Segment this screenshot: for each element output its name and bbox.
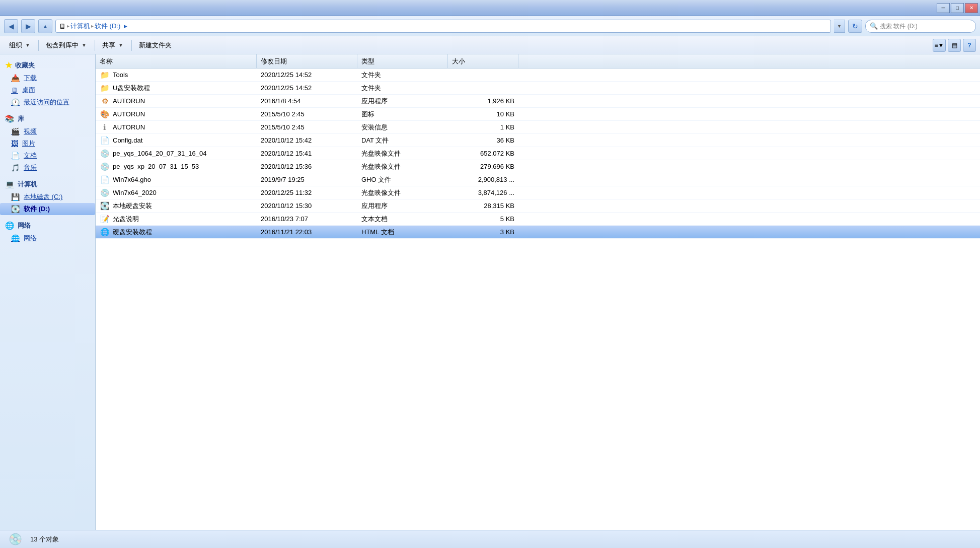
table-row[interactable]: AUTORUN 2015/5/10 2:45 安装信息 1 KB (96, 121, 980, 134)
sidebar-item-document[interactable]: 📄 文档 (0, 150, 95, 162)
sidebar-network-header[interactable]: 🌐 网络 (0, 219, 95, 232)
file-size-cell: 28,315 KB (448, 202, 518, 210)
col-header-size[interactable]: 大小 (448, 54, 518, 68)
table-row[interactable]: pe_yqs_1064_20_07_31_16_04 2020/10/12 15… (96, 147, 980, 160)
file-name-cell: Config.dat (96, 135, 257, 146)
search-icon: 🔍 (870, 22, 878, 30)
sidebar-network-item-label: 网络 (24, 234, 37, 243)
refresh-button[interactable]: ↻ (848, 20, 862, 33)
html-icon (100, 227, 110, 237)
sidebar-drive-c-label: 本地磁盘 (C:) (24, 192, 62, 201)
file-type-cell: 安装信息 (357, 123, 448, 132)
back-button[interactable]: ◀ (4, 19, 18, 33)
file-date-cell: 2020/10/12 15:36 (257, 163, 357, 170)
new-folder-button[interactable]: 新建文件夹 (134, 38, 177, 52)
file-name-text: 硬盘安装教程 (113, 228, 152, 237)
sidebar-item-picture[interactable]: 🖼 图片 (0, 138, 95, 150)
toolbar-right: ≡▼ ▤ ? (933, 39, 976, 52)
file-name-text: U盘安装教程 (113, 84, 150, 93)
file-date-cell: 2020/10/12 15:41 (257, 150, 357, 157)
up-button[interactable]: ▲ (38, 19, 52, 33)
table-row[interactable]: 光盘说明 2016/10/23 7:07 文本文档 5 KB (96, 213, 980, 226)
file-name-text: Win7x64_2020 (113, 189, 157, 196)
organize-button[interactable]: 组织 ▼ (4, 38, 36, 52)
preview-pane-button[interactable]: ▤ (948, 39, 961, 52)
sidebar-item-drive-c[interactable]: 💾 本地磁盘 (C:) (0, 191, 95, 203)
breadcrumb-computer[interactable]: 计算机 (70, 22, 90, 31)
sidebar-drive-d-label: 软件 (D:) (24, 204, 50, 214)
toolbar-sep-3 (131, 40, 132, 51)
sidebar-item-music[interactable]: 🎵 音乐 (0, 162, 95, 174)
table-row[interactable]: Win7x64_2020 2020/12/25 11:32 光盘映像文件 3,8… (96, 186, 980, 199)
sidebar: ★ 收藏夹 📥 下载 🖥 桌面 🕐 最近访问的位置 📚 库 (0, 54, 96, 530)
table-row[interactable]: Tools 2020/12/25 14:52 文件夹 (96, 68, 980, 82)
file-type-cell: 文本文档 (357, 215, 448, 224)
sidebar-computer-header[interactable]: 💻 计算机 (0, 178, 95, 191)
table-row[interactable]: Config.dat 2020/10/12 15:42 DAT 文件 36 KB (96, 134, 980, 147)
folder-icon (100, 83, 110, 93)
table-row[interactable]: AUTORUN 2016/1/8 4:54 应用程序 1,926 KB (96, 95, 980, 108)
minimize-button[interactable]: ─ (937, 3, 950, 13)
drive-d-icon: 💽 (11, 205, 20, 213)
file-date-cell: 2020/12/25 14:52 (257, 84, 357, 92)
library-icon: 📚 (5, 114, 15, 123)
close-button[interactable]: ✕ (965, 3, 978, 13)
sidebar-item-desktop[interactable]: 🖥 桌面 (0, 84, 95, 96)
file-date-cell: 2020/10/12 15:42 (257, 136, 357, 144)
col-header-type[interactable]: 类型 (357, 54, 448, 68)
file-name-cell: 本地硬盘安装 (96, 201, 257, 211)
table-row[interactable]: pe_yqs_xp_20_07_31_15_53 2020/10/12 15:3… (96, 160, 980, 173)
title-bar: ─ □ ✕ (0, 0, 980, 16)
sidebar-section-favorites: ★ 收藏夹 📥 下载 🖥 桌面 🕐 最近访问的位置 (0, 58, 95, 108)
file-type-cell: 图标 (357, 110, 448, 119)
txt-icon (100, 214, 110, 224)
status-bar: 💿 13 个对象 (0, 530, 980, 548)
table-row[interactable]: U盘安装教程 2020/12/25 14:52 文件夹 (96, 82, 980, 95)
sidebar-item-recent[interactable]: 🕐 最近访问的位置 (0, 96, 95, 108)
maximize-button[interactable]: □ (951, 3, 964, 13)
file-date-cell: 2016/1/8 4:54 (257, 97, 357, 105)
address-dropdown-button[interactable]: ▼ (834, 20, 845, 33)
breadcrumb-drive[interactable]: 软件 (D:) (95, 22, 120, 31)
organize-dropdown-arrow[interactable]: ▼ (24, 38, 31, 52)
share-button[interactable]: 共享 ▼ (97, 38, 129, 52)
file-date-cell: 2020/12/25 11:32 (257, 189, 357, 196)
picture-icon: 🖼 (11, 140, 18, 148)
file-name-text: AUTORUN (113, 110, 145, 118)
share-dropdown-arrow[interactable]: ▼ (117, 38, 124, 52)
file-name-cell: Tools (96, 70, 257, 80)
dat-icon (100, 135, 110, 146)
table-row[interactable]: Win7x64.gho 2019/9/7 19:25 GHO 文件 2,900,… (96, 173, 980, 186)
sidebar-network-label: 网络 (18, 221, 31, 230)
sidebar-favorites-label: 收藏夹 (15, 61, 35, 70)
sidebar-item-video[interactable]: 🎬 视频 (0, 125, 95, 138)
sidebar-recent-label: 最近访问的位置 (24, 98, 69, 107)
file-name-cell: AUTORUN (96, 109, 257, 119)
help-button[interactable]: ? (963, 39, 976, 52)
computer-icon2: 💻 (5, 180, 15, 189)
col-header-date[interactable]: 修改日期 (257, 54, 357, 68)
file-name-text: pe_yqs_1064_20_07_31_16_04 (113, 150, 207, 157)
file-size-cell: 1,926 KB (448, 97, 518, 105)
file-name-cell: AUTORUN (96, 96, 257, 106)
sidebar-item-drive-d[interactable]: 💽 软件 (D:) (0, 203, 95, 215)
address-bar: ◀ ▶ ▲ 🖥 ▸ 计算机 ▸ 软件 (D:) ▶ ▼ ↻ 🔍 (0, 16, 980, 36)
file-name-cell: 硬盘安装教程 (96, 227, 257, 237)
sidebar-library-header[interactable]: 📚 库 (0, 112, 95, 125)
include-library-button[interactable]: 包含到库中 ▼ (41, 38, 93, 52)
file-name-cell: Win7x64.gho (96, 175, 257, 185)
sidebar-item-download[interactable]: 📥 下载 (0, 72, 95, 84)
table-row[interactable]: AUTORUN 2015/5/10 2:45 图标 10 KB (96, 108, 980, 121)
sidebar-item-network[interactable]: 🌐 网络 (0, 232, 95, 244)
table-row[interactable]: 本地硬盘安装 2020/10/12 15:30 应用程序 28,315 KB (96, 199, 980, 213)
view-button[interactable]: ≡▼ (933, 39, 946, 52)
search-input[interactable] (880, 23, 971, 30)
forward-button[interactable]: ▶ (21, 19, 35, 33)
sidebar-favorites-header[interactable]: ★ 收藏夹 (0, 58, 95, 72)
breadcrumb-dropdown-arrow[interactable]: ▶ (121, 22, 129, 30)
file-type-cell: 应用程序 (357, 201, 448, 211)
table-row[interactable]: 硬盘安装教程 2016/11/21 22:03 HTML 文档 3 KB (96, 226, 980, 239)
include-library-dropdown-arrow[interactable]: ▼ (81, 38, 88, 52)
file-size-cell: 36 KB (448, 136, 518, 144)
col-header-name[interactable]: 名称 (96, 54, 257, 68)
